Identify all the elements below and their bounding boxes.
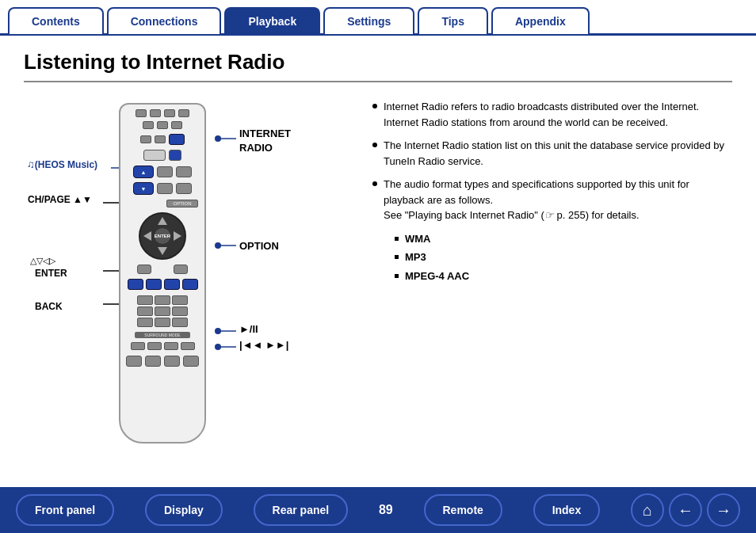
back-nav-button[interactable]: ← (669, 493, 702, 527)
label-play: ►/II (239, 323, 258, 335)
arrow-left-icon: ← (678, 501, 693, 520)
label-ch-page: CH/PAGE ▲▼ (28, 194, 92, 205)
format-list: WMA MP3 MPEG-4 AAC (395, 231, 732, 284)
label-transport: |◄◄ ►►| (239, 339, 288, 351)
forward-nav-button[interactable]: → (707, 493, 740, 527)
svg-point-7 (215, 242, 221, 249)
bottom-icons: ⌂ ← → (631, 493, 740, 527)
home-button[interactable]: ⌂ (631, 493, 664, 527)
tab-playback[interactable]: Playback (224, 7, 320, 34)
label-enter: ENTER (35, 268, 67, 279)
label-internet-radio: INTERNET RADIO (239, 127, 291, 155)
bottom-nav: Front panel Display Rear panel 89 Remote… (0, 487, 756, 533)
rear-panel-button[interactable]: Rear panel (254, 494, 349, 526)
svg-point-15 (215, 344, 221, 350)
tab-appendix[interactable]: Appendix (491, 7, 590, 34)
remote-area: ▲ ▼ OPTION (24, 95, 357, 475)
index-button[interactable]: Index (533, 494, 601, 526)
label-back: BACK (35, 301, 63, 312)
tab-connections[interactable]: Connections (107, 7, 222, 34)
bullet-1: Internet Radio refers to radio broadcast… (372, 99, 732, 130)
page-number: 89 (379, 503, 393, 517)
svg-point-13 (215, 328, 221, 334)
bullet-3: The audio format types and specification… (372, 177, 732, 287)
bullet-dot-1 (372, 104, 377, 109)
remote-image: ▲ ▼ OPTION (119, 103, 206, 444)
format-mp3: MP3 (395, 249, 732, 265)
svg-point-1 (215, 135, 221, 142)
remote-button[interactable]: Remote (424, 494, 502, 526)
tab-contents[interactable]: Contents (8, 7, 104, 34)
info-area: Internet Radio refers to radio broadcast… (357, 95, 732, 475)
format-wma: WMA (395, 231, 732, 247)
home-icon: ⌂ (643, 501, 652, 520)
bullet-2: The Internet Radio station list on this … (372, 138, 732, 169)
tab-nav: Contents Connections Playback Settings T… (0, 0, 756, 36)
tab-tips[interactable]: Tips (418, 7, 488, 34)
label-option: OPTION (239, 240, 279, 252)
front-panel-button[interactable]: Front panel (16, 494, 114, 526)
bullet-dot-2 (372, 143, 377, 147)
page-title: Listening to Internet Radio (24, 50, 732, 82)
format-mpeg4aac: MPEG-4 AAC (395, 268, 732, 284)
main-area: ▲ ▼ OPTION (24, 95, 732, 475)
label-enter-arrows: △▽◁▷ (30, 256, 55, 266)
bullet-dot-3 (372, 181, 377, 186)
display-button[interactable]: Display (145, 494, 223, 526)
tab-settings[interactable]: Settings (323, 7, 414, 34)
label-heos-music: ♫(HEOS Music) (27, 158, 97, 170)
arrow-right-icon: → (716, 501, 731, 520)
page-content: Listening to Internet Radio (0, 36, 756, 483)
